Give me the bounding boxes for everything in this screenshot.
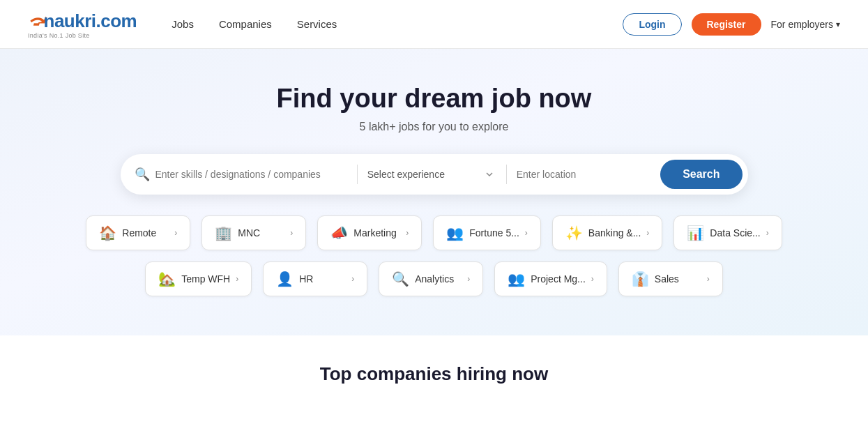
search-button[interactable]: Search	[660, 160, 742, 189]
hero-subtitle: 5 lakh+ jobs for you to explore	[28, 121, 840, 133]
sales-icon: 👔	[632, 271, 649, 287]
chip-tempwfh[interactable]: 🏡 Temp WFH ›	[145, 262, 252, 296]
divider-1	[357, 165, 358, 184]
chip-analytics[interactable]: 🔍 Analytics ›	[379, 262, 483, 296]
bottom-title: Top companies hiring now	[28, 363, 840, 385]
chip-marketing[interactable]: 📣 Marketing ›	[317, 215, 422, 250]
mnc-icon: 🏢	[215, 225, 232, 241]
chip-mnc[interactable]: 🏢 MNC ›	[201, 215, 306, 250]
nav-services[interactable]: Services	[297, 18, 337, 30]
hr-label: HR	[299, 273, 313, 285]
projectmg-arrow-icon: ›	[591, 274, 594, 284]
hr-icon: 👤	[276, 271, 294, 287]
analytics-label: Analytics	[415, 273, 454, 285]
hero-section: Find your dream job now 5 lakh+ jobs for…	[0, 49, 868, 335]
sales-arrow-icon: ›	[707, 274, 710, 284]
search-icon: 🔍	[135, 167, 150, 182]
marketing-icon: 📣	[330, 225, 348, 241]
login-button[interactable]: Login	[623, 13, 681, 36]
remote-arrow-icon: ›	[174, 228, 177, 238]
projectmg-icon: 👥	[508, 271, 525, 287]
datascience-label: Data Scie...	[710, 227, 760, 238]
analytics-icon: 🔍	[392, 271, 409, 287]
chip-datascience[interactable]: 📊 Data Scie... ›	[673, 215, 782, 250]
nav-jobs[interactable]: Jobs	[172, 18, 194, 30]
for-employers-menu[interactable]: For employers ▾	[771, 19, 840, 30]
location-input[interactable]	[517, 169, 660, 180]
chips-row-1: 🏠 Remote ›🏢 MNC ›📣 Marketing ›👥 Fortune …	[65, 215, 804, 250]
fortune5-icon: 👥	[446, 225, 464, 241]
search-bar: 🔍 Select experience Fresher 1 year 2 yea…	[121, 154, 748, 195]
bottom-section: Top companies hiring now	[0, 335, 868, 399]
banking-icon: ✨	[565, 225, 583, 241]
logo-tagline: India's No.1 Job Site	[28, 32, 137, 39]
tempwfh-label: Temp WFH	[181, 273, 230, 285]
chips-row-2: 🏡 Temp WFH ›👤 HR ›🔍 Analytics ›👥 Project…	[65, 262, 804, 296]
fortune5-label: Fortune 5...	[469, 227, 519, 238]
chip-projectmg[interactable]: 👥 Project Mg... ›	[494, 262, 607, 296]
chip-hr[interactable]: 👤 HR ›	[263, 262, 367, 296]
datascience-arrow-icon: ›	[766, 228, 769, 238]
chevron-down-icon: ▾	[836, 20, 840, 29]
fortune5-arrow-icon: ›	[525, 228, 528, 238]
mnc-label: MNC	[238, 227, 260, 238]
nav-companies[interactable]: Companies	[219, 18, 272, 30]
chip-remote[interactable]: 🏠 Remote ›	[86, 215, 190, 250]
sales-label: Sales	[655, 273, 679, 285]
marketing-arrow-icon: ›	[406, 228, 409, 238]
nav-right: Login Register For employers ▾	[623, 13, 840, 36]
banking-label: Banking &...	[588, 227, 641, 238]
nav-links: Jobs Companies Services	[172, 18, 623, 30]
register-button[interactable]: Register	[692, 13, 761, 36]
remote-label: Remote	[122, 227, 156, 238]
marketing-label: Marketing	[353, 227, 396, 238]
logo-brand: naukri.com	[44, 10, 137, 31]
chip-sales[interactable]: 👔 Sales ›	[618, 262, 723, 296]
chips-section: 🏠 Remote ›🏢 MNC ›📣 Marketing ›👥 Fortune …	[51, 215, 818, 296]
projectmg-label: Project Mg...	[531, 273, 586, 285]
mnc-arrow-icon: ›	[290, 228, 293, 238]
search-skills-input[interactable]	[155, 169, 347, 180]
tempwfh-arrow-icon: ›	[236, 274, 238, 284]
chip-fortune5[interactable]: 👥 Fortune 5... ›	[433, 215, 541, 250]
divider-2	[506, 165, 507, 184]
logo-text: ⤼naukri.com	[28, 9, 137, 32]
hero-title: Find your dream job now	[28, 84, 840, 114]
chip-banking[interactable]: ✨ Banking &... ›	[552, 215, 663, 250]
datascience-icon: 📊	[687, 225, 704, 241]
hr-arrow-icon: ›	[351, 274, 354, 284]
remote-icon: 🏠	[99, 225, 116, 241]
tempwfh-icon: 🏡	[158, 271, 176, 287]
banking-arrow-icon: ›	[646, 228, 649, 238]
experience-select[interactable]: Select experience Fresher 1 year 2 years…	[367, 169, 496, 180]
logo-area[interactable]: ⤼naukri.com India's No.1 Job Site	[28, 9, 137, 39]
analytics-arrow-icon: ›	[467, 274, 470, 284]
navbar: ⤼naukri.com India's No.1 Job Site Jobs C…	[0, 0, 868, 49]
logo-curl-icon: ⤼	[28, 10, 44, 31]
